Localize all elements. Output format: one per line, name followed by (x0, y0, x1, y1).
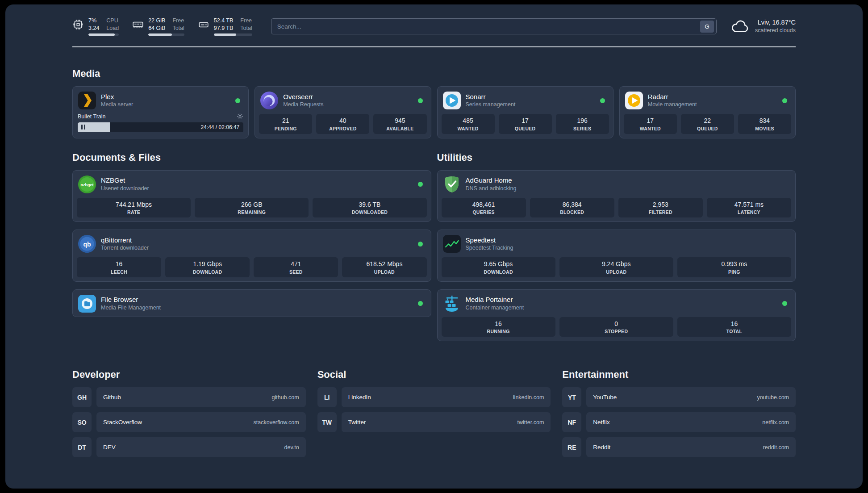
status-online-dot (418, 301, 423, 306)
cpu-percent: 7% (88, 17, 99, 24)
stat-value: 40 (318, 117, 367, 125)
speedtest-icon (443, 235, 461, 253)
app-name: NZBGet (101, 176, 149, 185)
stat-seed: 471 SEED (254, 257, 338, 277)
disk-free-label: Free (240, 17, 252, 24)
bookmark-abbr: LI (317, 387, 337, 407)
app-card-file-browser[interactable]: File Browser Media File Management (72, 289, 431, 317)
search-input[interactable] (277, 23, 700, 30)
stat-wanted: 485 WANTED (442, 114, 495, 134)
bookmark-url: linkedin.com (513, 394, 544, 401)
bookmark-url: twitter.com (517, 419, 544, 426)
stat-queued: 22 QUEUED (681, 114, 734, 134)
bookmark-linkedin[interactable]: LI LinkedIn linkedin.com (317, 387, 551, 407)
app-card-radarr[interactable]: Radarr Movie management 17 WANTED 22 QUE… (619, 86, 796, 138)
status-online-dot (600, 98, 605, 103)
app-card-nzbget[interactable]: nzbget NZBGet Usenet downloader 744.21 M… (72, 170, 431, 222)
app-card-overseerr[interactable]: Overseerr Media Requests 21 PENDING 40 A… (255, 86, 431, 138)
bookmark-name: LinkedIn (348, 394, 371, 401)
svg-text:qb: qb (83, 241, 91, 248)
bookmark-name: Reddit (593, 444, 610, 451)
stat-label: PENDING (261, 126, 310, 131)
stat-upload: 618.52 Mbps UPLOAD (342, 257, 426, 277)
ram-icon (132, 19, 144, 30)
app-card-speedtest[interactable]: Speedtest Speedtest Tracking 9.65 Gbps D… (437, 230, 796, 282)
app-name: Radarr (648, 93, 697, 101)
search-engine-button[interactable]: G (700, 21, 714, 33)
bookmark-name: Twitter (348, 419, 366, 426)
stat-label: SEED (255, 269, 336, 275)
ram-usage-bar (148, 33, 184, 36)
app-name: Plex (101, 93, 133, 101)
disk-monitor: 52.4 TB Free 97.9 TB Total (198, 17, 252, 36)
disk-usage-bar (214, 33, 252, 36)
overseerr-icon (260, 92, 278, 109)
stat-latency: 47.571 ms LATENCY (707, 198, 791, 218)
app-card-qbittorrent[interactable]: qb qBittorrent Torrent downloader 16 LEE… (72, 230, 431, 282)
stat-total: 16 TOTAL (677, 317, 791, 337)
bookmark-stackoverflow[interactable]: SO StackOverflow stackoverflow.com (72, 412, 306, 432)
now-playing-title: Bullet Train (78, 113, 106, 120)
file-browser-icon (78, 295, 96, 313)
stat-value: 9.24 Gbps (561, 260, 672, 268)
playback-progress-bar[interactable]: 24:44 / 02:06:47 (78, 122, 243, 132)
app-name: Speedtest (466, 236, 513, 245)
app-card-media-portainer[interactable]: Media Portainer Container management 16 … (437, 289, 796, 342)
stat-label: SERIES (558, 126, 607, 131)
bookmark-dev[interactable]: DT DEV dev.to (72, 437, 306, 457)
bookmark-netflix[interactable]: NF Netflix netflix.com (562, 412, 796, 432)
ram-free-label: Free (172, 17, 184, 24)
weather-condition: scattered clouds (755, 27, 796, 34)
bookmark-url: netflix.com (762, 419, 789, 426)
cloud-icon (730, 19, 750, 34)
bookmark-name: YouTube (593, 394, 617, 401)
app-card-adguard-home[interactable]: AdGuard Home DNS and adblocking 498,461 … (437, 170, 796, 222)
app-subtitle: Speedtest Tracking (466, 244, 513, 251)
stat-label: APPROVED (318, 126, 367, 131)
stat-value: 86,384 (532, 201, 613, 209)
section-title-developer: Developer (72, 369, 306, 380)
stat-downloaded: 39.6 TB DOWNLOADED (313, 198, 426, 218)
player-settings-gear-icon[interactable] (237, 113, 243, 120)
bookmark-abbr: TW (317, 412, 337, 432)
stat-label: LEECH (79, 269, 159, 275)
stat-pending: 21 PENDING (259, 114, 312, 134)
stat-label: BLOCKED (532, 209, 613, 215)
stat-movies: 834 MOVIES (738, 114, 791, 134)
now-playing-widget: Bullet Train 24:44 / 02:06:47 (77, 113, 244, 132)
bookmark-reddit[interactable]: RE Reddit reddit.com (562, 437, 796, 457)
bookmark-url: dev.to (284, 444, 299, 451)
app-name: AdGuard Home (466, 176, 517, 185)
stat-label: WANTED (443, 126, 493, 131)
app-subtitle: Container management (466, 304, 524, 311)
stat-approved: 40 APPROVED (316, 114, 369, 134)
stat-leech: 16 LEECH (77, 257, 161, 277)
cpu-monitor: 7% CPU 3.24 Load (72, 17, 119, 36)
stat-value: 834 (740, 117, 789, 125)
pause-icon[interactable] (81, 125, 85, 130)
bookmark-abbr: GH (72, 387, 92, 407)
stat-value: 945 (375, 117, 425, 125)
cpu-icon (72, 19, 84, 30)
app-card-sonarr[interactable]: Sonarr Series management 485 WANTED 17 Q… (437, 86, 613, 138)
stat-label: DOWNLOAD (443, 269, 554, 275)
portainer-icon (443, 295, 461, 313)
app-card-plex[interactable]: Plex Media server Bullet Train (72, 86, 249, 138)
weather-widget: Lviv, 16.87°C scattered clouds (730, 18, 796, 34)
stat-available: 945 AVAILABLE (373, 114, 426, 134)
bookmark-github[interactable]: GH Github github.com (72, 387, 306, 407)
stat-value: 39.6 TB (314, 201, 425, 209)
stat-value: 16 (679, 320, 789, 328)
app-name: File Browser (101, 296, 161, 304)
stat-label: TOTAL (679, 329, 789, 334)
qbittorrent-icon: qb (78, 235, 96, 253)
bookmark-url: reddit.com (763, 444, 789, 451)
stat-wanted: 17 WANTED (624, 114, 677, 134)
stat-label: AVAILABLE (375, 126, 425, 131)
app-name: qBittorrent (101, 236, 149, 245)
bookmark-twitter[interactable]: TW Twitter twitter.com (317, 412, 551, 432)
app-subtitle: Series management (466, 101, 516, 108)
stat-value: 9.65 Gbps (443, 260, 554, 268)
bookmark-youtube[interactable]: YT YouTube youtube.com (562, 387, 796, 407)
stat-value: 21 (261, 117, 310, 125)
